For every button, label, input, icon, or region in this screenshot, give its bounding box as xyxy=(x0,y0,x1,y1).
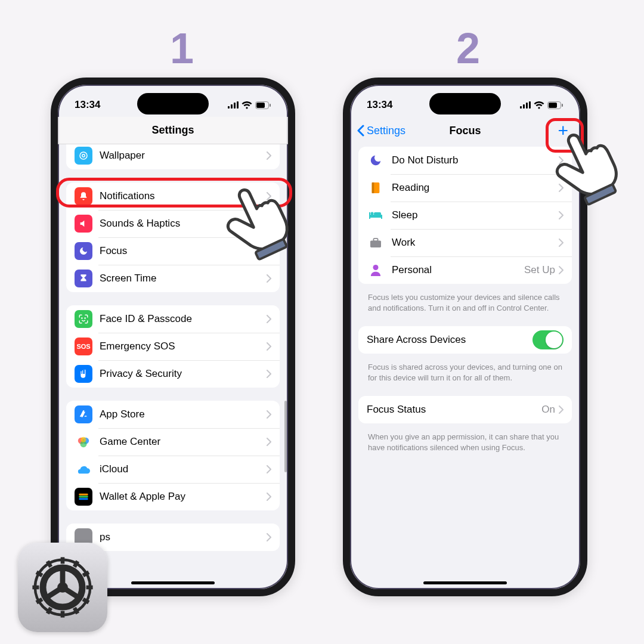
status-time: 13:34 xyxy=(75,99,100,111)
settings-item-sos[interactable]: SOS Emergency SOS xyxy=(66,333,280,360)
status-indicators xyxy=(228,101,271,109)
settings-item-sounds[interactable]: Sounds & Haptics xyxy=(66,210,280,237)
status-indicators xyxy=(520,101,564,109)
settings-item-notifications[interactable]: Notifications xyxy=(66,182,280,210)
chevron-right-icon xyxy=(267,438,271,446)
page-title: Settings xyxy=(151,124,194,137)
sos-icon: SOS xyxy=(75,338,92,355)
svg-rect-1 xyxy=(231,104,233,109)
svg-rect-26 xyxy=(372,182,374,193)
settings-item-screen-time[interactable]: Screen Time xyxy=(66,265,280,292)
svg-rect-15 xyxy=(79,494,88,496)
svg-point-10 xyxy=(85,318,85,318)
person-icon xyxy=(367,261,385,279)
chevron-right-icon xyxy=(267,533,271,541)
svg-rect-24 xyxy=(562,104,563,107)
footer-text: Focus is shared across your devices, and… xyxy=(358,358,572,383)
wallet-icon xyxy=(75,488,92,506)
chevron-right-icon xyxy=(559,239,564,247)
svg-rect-38 xyxy=(61,557,65,564)
settings-item-appstore[interactable]: App Store xyxy=(66,401,280,428)
chevron-right-icon xyxy=(267,219,271,228)
svg-rect-6 xyxy=(270,104,271,107)
focus-item-reading[interactable]: Reading xyxy=(358,174,572,202)
settings-item-gamecenter[interactable]: Game Center xyxy=(66,428,280,456)
home-indicator[interactable] xyxy=(423,581,507,584)
faceid-icon xyxy=(75,310,92,328)
settings-item-icloud[interactable]: iCloud xyxy=(66,456,280,483)
footer-text: When you give an app permission, it can … xyxy=(358,428,572,453)
svg-rect-20 xyxy=(526,103,528,109)
gear-icon xyxy=(30,555,95,620)
book-icon xyxy=(367,179,385,197)
chevron-right-icon xyxy=(267,410,271,419)
svg-rect-21 xyxy=(529,101,531,109)
wallpaper-icon xyxy=(75,147,92,165)
svg-rect-17 xyxy=(79,498,88,500)
chevron-right-icon xyxy=(559,211,564,219)
settings-item-faceid[interactable]: Face ID & Passcode xyxy=(66,305,280,333)
settings-group: Wallpaper xyxy=(66,144,280,169)
chevron-right-icon xyxy=(267,465,271,473)
step-number-1: 1 xyxy=(57,24,307,73)
detail-text: On xyxy=(541,404,555,416)
svg-rect-23 xyxy=(549,103,557,108)
chevron-right-icon xyxy=(559,266,564,274)
page-title: Focus xyxy=(449,125,481,137)
chevron-right-icon xyxy=(267,247,271,255)
focus-status-group: Focus Status On xyxy=(358,396,572,423)
chevron-right-icon xyxy=(267,274,271,283)
focus-item-work[interactable]: Work xyxy=(358,229,572,256)
share-group: Share Across Devices xyxy=(358,326,572,354)
share-toggle[interactable] xyxy=(532,330,564,349)
settings-item-wallet[interactable]: Wallet & Apple Pay xyxy=(66,483,280,510)
svg-rect-28 xyxy=(369,212,370,219)
focus-status-row[interactable]: Focus Status On xyxy=(358,396,572,423)
back-button[interactable]: Settings xyxy=(357,125,405,137)
battery-icon xyxy=(547,101,564,109)
focus-item-personal[interactable]: Personal Set Up xyxy=(358,256,572,284)
svg-rect-29 xyxy=(381,215,382,219)
home-indicator[interactable] xyxy=(131,581,215,584)
settings-item-privacy[interactable]: Privacy & Security xyxy=(66,360,280,388)
moon-icon xyxy=(75,242,92,260)
chevron-right-icon xyxy=(267,342,271,351)
appstore-icon xyxy=(75,405,92,423)
svg-rect-18 xyxy=(520,106,522,109)
add-button[interactable]: + xyxy=(558,122,568,140)
settings-item-focus[interactable]: Focus xyxy=(66,237,280,265)
hand-icon xyxy=(75,365,92,383)
settings-group: Notifications Sounds & Haptics Focus xyxy=(66,182,280,292)
chevron-right-icon xyxy=(267,192,271,200)
step-number-2: 2 xyxy=(343,24,593,73)
focus-item-sleep[interactable]: Sleep xyxy=(358,202,572,229)
status-time: 13:34 xyxy=(367,99,392,111)
wifi-icon xyxy=(242,101,252,109)
phone-frame-2: 13:34 Settings Focus + Do Not Disturb Re… xyxy=(343,78,587,596)
dynamic-island xyxy=(429,93,501,114)
share-across-devices[interactable]: Share Across Devices xyxy=(358,326,572,354)
settings-app-icon xyxy=(18,543,107,632)
svg-rect-19 xyxy=(523,104,525,109)
svg-point-7 xyxy=(80,152,87,159)
cellular-icon xyxy=(520,101,531,109)
settings-group: Face ID & Passcode SOS Emergency SOS Pri… xyxy=(66,305,280,388)
chevron-right-icon xyxy=(559,156,564,165)
phone-frame-1: 13:34 Settings Wallpaper No xyxy=(51,78,295,596)
svg-point-30 xyxy=(371,212,374,215)
nav-bar: Settings xyxy=(58,117,288,144)
battery-icon xyxy=(255,101,271,109)
settings-item-wallpaper[interactable]: Wallpaper xyxy=(66,144,280,169)
plus-icon: + xyxy=(558,120,568,140)
chevron-right-icon xyxy=(267,151,271,160)
focus-modes-group: Do Not Disturb Reading Sleep Work Person xyxy=(358,147,572,284)
focus-item-dnd[interactable]: Do Not Disturb xyxy=(358,147,572,174)
gamecenter-icon xyxy=(75,433,92,451)
chevron-right-icon xyxy=(559,184,564,192)
svg-rect-3 xyxy=(237,101,239,109)
briefcase-icon xyxy=(367,234,385,252)
footer-text: Focus lets you customize your devices an… xyxy=(358,289,572,313)
svg-rect-16 xyxy=(79,496,88,498)
svg-point-14 xyxy=(80,437,86,442)
svg-rect-5 xyxy=(256,103,265,108)
